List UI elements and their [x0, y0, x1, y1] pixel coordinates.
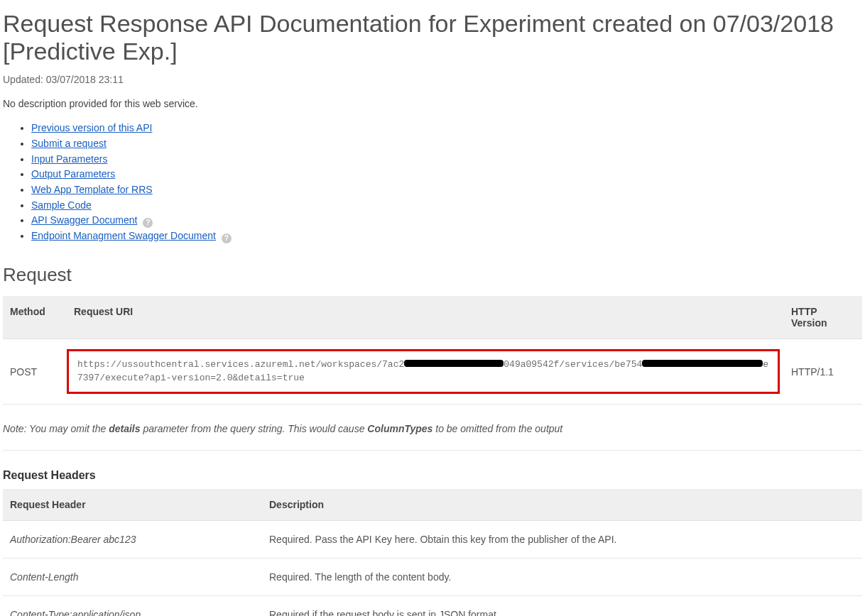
section-request-heading: Request — [3, 264, 862, 286]
link-api-swagger[interactable]: API Swagger Document — [31, 214, 137, 226]
request-headers-table: Request Header Description Authorization… — [3, 489, 862, 616]
th-http-version: HTTP Version — [784, 296, 862, 339]
nav-links-list: Previous version of this API Submit a re… — [3, 121, 862, 244]
description-text: No description provided for this web ser… — [3, 98, 862, 109]
page-title: Request Response API Documentation for E… — [3, 10, 862, 65]
redacted-segment — [642, 360, 763, 367]
note-text: parameter from the query string. This wo… — [141, 423, 368, 434]
note-text: to be omitted from the output — [432, 423, 562, 434]
updated-timestamp: Updated: 03/07/2018 23:11 — [3, 74, 862, 85]
request-uri-box: https://ussouthcentral.services.azureml.… — [67, 349, 780, 395]
table-row: Authorization:Bearer abc123 Required. Pa… — [3, 521, 862, 559]
uri-segment: https://ussouthcentral.services.azureml.… — [77, 359, 404, 370]
cell-http-version: HTTP/1.1 — [784, 339, 862, 405]
link-input-parameters[interactable]: Input Parameters — [31, 153, 107, 165]
link-endpoint-swagger[interactable]: Endpoint Managment Swagger Document — [31, 230, 216, 241]
request-table: Method Request URI HTTP Version POST htt… — [3, 296, 862, 405]
request-note: Note: You may omit the details parameter… — [3, 419, 862, 451]
section-request-headers-heading: Request Headers — [3, 469, 862, 482]
help-icon[interactable]: ? — [222, 233, 232, 243]
request-row: POST https://ussouthcentral.services.azu… — [3, 339, 862, 405]
cell-header-name: Authorization:Bearer abc123 — [3, 521, 262, 559]
cell-header-desc: Required if the request body is sent in … — [262, 596, 862, 616]
th-description: Description — [262, 489, 862, 521]
note-bold: ColumnTypes — [367, 423, 432, 434]
link-previous-version[interactable]: Previous version of this API — [31, 122, 152, 133]
link-output-parameters[interactable]: Output Parameters — [31, 168, 115, 180]
cell-header-name: Content-Length — [3, 559, 262, 596]
table-row: Content-Length Required. The length of t… — [3, 559, 862, 596]
link-webapp-template[interactable]: Web App Template for RRS — [31, 184, 153, 195]
cell-header-name: Content-Type:application/json — [3, 596, 262, 616]
th-request-uri: Request URI — [67, 296, 784, 339]
note-bold: details — [109, 423, 140, 434]
cell-header-desc: Required. The length of the content body… — [262, 559, 862, 596]
redacted-segment — [404, 360, 504, 367]
th-request-header: Request Header — [3, 489, 262, 521]
link-submit-request[interactable]: Submit a request — [31, 138, 107, 149]
uri-segment: 049a09542f/services/be754 — [504, 359, 642, 370]
cell-method: POST — [3, 339, 67, 405]
th-method: Method — [3, 296, 67, 339]
link-sample-code[interactable]: Sample Code — [31, 199, 92, 211]
note-text: Note: You may omit the — [3, 423, 109, 434]
cell-header-desc: Required. Pass the API Key here. Obtain … — [262, 521, 862, 559]
table-row: Content-Type:application/json Required i… — [3, 596, 862, 616]
help-icon[interactable]: ? — [143, 218, 153, 228]
